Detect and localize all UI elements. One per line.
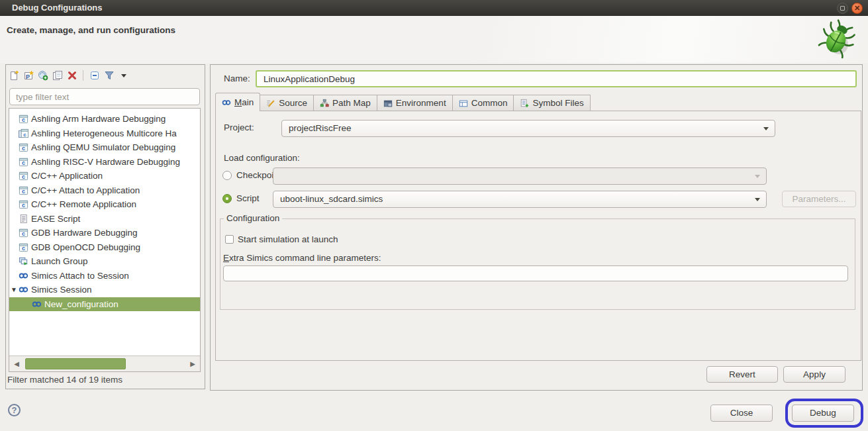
multicore-icon <box>19 128 28 138</box>
load-configuration-label: Load configuration: <box>224 153 300 163</box>
chevron-down-icon <box>755 175 760 181</box>
dialog-header: Create, manage, and run configurations <box>0 16 868 63</box>
new-launch-prototype-icon[interactable] <box>23 70 34 81</box>
chevron-down-icon <box>763 127 769 133</box>
scroll-left-arrow-icon[interactable]: ◀ <box>11 356 23 371</box>
project-label: Project: <box>224 122 254 132</box>
chevron-down-icon <box>755 198 760 204</box>
start-simulation-checkbox[interactable] <box>225 235 234 244</box>
expander-icon[interactable]: ▼ <box>9 286 19 293</box>
c-application-icon <box>19 114 28 124</box>
delete-launch-config-icon[interactable] <box>66 70 77 81</box>
scrollbar-thumb[interactable] <box>25 358 126 369</box>
tree-item[interactable]: Ashling QEMU Simulator Debugging <box>9 140 200 155</box>
tree-item[interactable]: Ashling Heterogeneous Multicore Ha <box>9 126 200 141</box>
config-editor-panel: Name: Main Source Path Map Environment C… <box>210 64 863 391</box>
main-tab-content: Project: projectRiscFree Load configurat… <box>215 111 861 361</box>
name-input[interactable] <box>256 70 857 87</box>
horizontal-scrollbar[interactable]: ◀ ▶ <box>9 356 200 371</box>
simics-icon <box>19 285 28 295</box>
tab-symbol-files[interactable]: Symbol Files <box>514 95 590 111</box>
c-application-icon <box>19 142 28 152</box>
titlebar: Debug Configurations ✕ <box>0 0 868 16</box>
scroll-right-arrow-icon[interactable]: ▶ <box>187 356 199 371</box>
tree-item[interactable]: ▼Simics Session <box>9 283 200 297</box>
tree-item[interactable]: C/C++ Application <box>9 169 200 183</box>
window-title: Debug Configurations <box>12 0 103 16</box>
question-mark-icon: ? <box>12 405 17 415</box>
source-tab-icon <box>266 99 275 108</box>
maximize-button[interactable] <box>837 3 848 14</box>
tree-item[interactable]: C/C++ Attach to Application <box>9 183 200 198</box>
close-icon: ✕ <box>854 5 860 12</box>
toolbar-menu-arrow-icon[interactable] <box>118 70 129 81</box>
checkpoint-radio[interactable] <box>222 171 232 180</box>
tree-toolbar <box>8 70 129 81</box>
script-radio[interactable] <box>222 194 232 203</box>
c-application-icon <box>19 157 28 167</box>
extra-params-input[interactable] <box>223 265 848 281</box>
checkpoint-combo[interactable] <box>273 168 767 185</box>
environment-tab-icon <box>383 99 393 108</box>
tree-item-selected[interactable]: New_configuration <box>9 297 200 312</box>
debug-configurations-dialog: Debug Configurations ✕ Create, manage, a… <box>0 0 868 431</box>
tree-item[interactable]: Simics Attach to Session <box>9 269 200 283</box>
symbol-files-tab-icon <box>520 99 529 108</box>
parameters-button[interactable]: Parameters... <box>782 191 856 207</box>
launch-group-icon <box>19 256 28 266</box>
name-label: Name: <box>224 73 250 83</box>
simics-icon <box>19 271 28 281</box>
extra-params-label: Extra Simics command line parameters: <box>223 253 381 263</box>
configuration-group-legend: Configuration <box>224 213 282 223</box>
script-icon <box>19 214 28 224</box>
c-application-icon <box>19 171 28 181</box>
config-tabs: Main Source Path Map Environment Common … <box>215 93 591 111</box>
tab-common[interactable]: Common <box>453 95 514 111</box>
close-window-button[interactable]: ✕ <box>851 3 863 14</box>
project-combo[interactable]: projectRiscFree <box>281 120 775 137</box>
script-combo[interactable]: uboot-linux_sdcard.simics <box>273 191 767 208</box>
common-tab-icon <box>459 99 468 108</box>
tree-item[interactable]: C/C++ Remote Application <box>9 197 200 212</box>
c-application-icon <box>19 228 28 238</box>
debug-button[interactable]: Debug <box>792 405 854 422</box>
tab-main[interactable]: Main <box>215 93 260 111</box>
tree-item[interactable]: Launch Group <box>9 254 200 269</box>
tree-item[interactable]: GDB Hardware Debugging <box>9 226 200 240</box>
debug-bug-icon <box>815 18 859 62</box>
simics-icon <box>32 299 42 309</box>
header-title: Create, manage, and run configurations <box>7 25 175 35</box>
start-simulation-label: Start simulation at launch <box>238 234 338 244</box>
tree-rows: Ashling Arm Hardware Debugging Ashling H… <box>9 109 200 356</box>
tree-item[interactable]: Ashling RISC-V Hardware Debugging <box>9 155 200 169</box>
c-application-icon <box>19 199 28 209</box>
simics-icon <box>222 98 231 107</box>
configuration-group: Configuration Start simulation at launch… <box>220 218 855 310</box>
tab-environment[interactable]: Environment <box>377 95 453 111</box>
launch-config-tree-panel: Ashling Arm Hardware Debugging Ashling H… <box>5 64 205 389</box>
tree-item[interactable]: Ashling Arm Hardware Debugging <box>9 112 200 126</box>
help-button[interactable]: ? <box>8 404 21 416</box>
filter-input[interactable] <box>9 88 200 105</box>
tree-item[interactable]: EASE Script <box>9 212 200 226</box>
path-map-tab-icon <box>320 99 329 108</box>
revert-button[interactable]: Revert <box>706 366 778 383</box>
apply-button[interactable]: Apply <box>783 366 845 383</box>
launch-config-tree: Ashling Arm Hardware Debugging Ashling H… <box>9 108 201 372</box>
duplicate-launch-config-icon[interactable] <box>52 70 63 81</box>
toolbar-separator <box>83 70 83 81</box>
export-launch-config-icon[interactable] <box>37 70 48 81</box>
c-application-icon <box>19 185 28 195</box>
c-application-icon <box>19 242 28 252</box>
collapse-all-icon[interactable] <box>89 70 100 81</box>
close-button[interactable]: Close <box>710 405 773 422</box>
filter-icon[interactable] <box>103 70 115 81</box>
maximize-icon <box>840 6 845 11</box>
tree-item[interactable]: GDB OpenOCD Debugging <box>9 240 200 255</box>
tab-source[interactable]: Source <box>260 95 314 111</box>
script-label: Script <box>236 193 260 203</box>
filter-status: Filter matched 14 of 19 items <box>7 375 122 385</box>
tab-path-map[interactable]: Path Map <box>314 95 377 111</box>
new-launch-config-icon[interactable] <box>8 70 19 81</box>
